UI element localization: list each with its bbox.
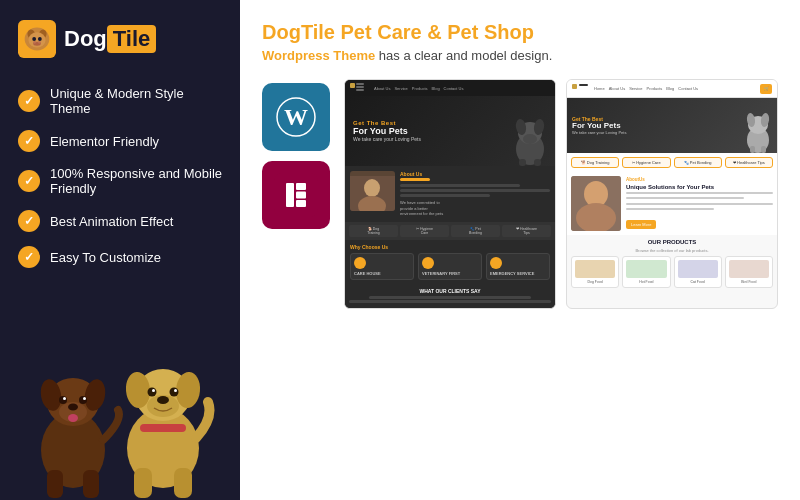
svg-point-20 xyxy=(68,414,78,422)
svg-rect-22 xyxy=(83,470,99,498)
svg-rect-65 xyxy=(761,146,766,153)
hero-section: Get The Best For You Pets We take care y… xyxy=(345,96,555,166)
svg-rect-35 xyxy=(174,468,192,498)
svg-point-16 xyxy=(59,396,67,404)
service-healthcare: ❤ Healthcare Tips xyxy=(725,157,773,168)
right-panel: DogTile Pet Care & Pet Shop Wordpress Th… xyxy=(240,0,800,500)
svg-point-32 xyxy=(152,389,155,392)
svg-rect-47 xyxy=(356,89,364,91)
svg-point-52 xyxy=(523,134,537,144)
svg-rect-44 xyxy=(350,83,355,88)
services-row: 🐕 Dog Training ✂ Hygiene Care 🐾 Pet Bond… xyxy=(567,153,777,172)
svg-point-17 xyxy=(79,396,87,404)
svg-point-29 xyxy=(157,396,169,404)
light-theme-screenshot: Home About Us Service Products Blog Cont… xyxy=(566,79,778,309)
svg-rect-41 xyxy=(296,183,306,190)
elementor-icon xyxy=(262,161,330,229)
svg-point-31 xyxy=(169,388,178,397)
golden-dog-illustration xyxy=(108,330,218,500)
svg-point-15 xyxy=(68,404,78,411)
check-icon-animation: ✓ xyxy=(18,210,40,232)
svg-rect-59 xyxy=(579,84,588,86)
check-icon-responsive: ✓ xyxy=(18,170,40,192)
dark-theme-screenshot: About Us Service Products Blog Contact U… xyxy=(344,79,556,309)
svg-rect-53 xyxy=(519,159,526,166)
svg-point-5 xyxy=(32,37,36,41)
check-icon-unique: ✓ xyxy=(18,90,40,112)
svg-point-56 xyxy=(364,179,380,197)
product-card-3: Cat Food xyxy=(674,256,722,288)
svg-rect-40 xyxy=(286,183,294,207)
svg-rect-42 xyxy=(296,192,306,199)
feature-item-customize: ✓ Easy To Customize xyxy=(18,246,222,268)
brand-icon xyxy=(18,20,56,58)
left-panel: DogTile ✓ Unique & Modern Style Theme ✓ … xyxy=(0,0,240,500)
svg-rect-54 xyxy=(534,159,541,166)
svg-rect-46 xyxy=(356,86,364,88)
svg-rect-24 xyxy=(140,424,186,432)
products-section: OUR PRODUCTS Browse the collection of ou… xyxy=(567,235,777,292)
right-header: DogTile Pet Care & Pet Shop Wordpress Th… xyxy=(262,20,778,63)
page-title: DogTile Pet Care & Pet Shop xyxy=(262,20,778,44)
svg-text:W: W xyxy=(284,104,308,130)
page-subtitle: Wordpress Theme has a clear and model de… xyxy=(262,48,778,63)
screenshots-area: About Us Service Products Blog Contact U… xyxy=(344,79,778,309)
svg-rect-58 xyxy=(572,84,577,89)
feature-item-responsive: ✓ 100% Responsive and Mobile Friendly xyxy=(18,166,222,196)
product-card-4: Bird Food xyxy=(725,256,773,288)
service-bonding: 🐾 Pet Bonding xyxy=(674,157,722,168)
wordpress-icon: W xyxy=(262,83,330,151)
svg-point-19 xyxy=(83,397,86,400)
svg-point-33 xyxy=(174,389,177,392)
service-dog-training: 🐕 Dog Training xyxy=(571,157,619,168)
product-card-2: Hot Food xyxy=(622,256,670,288)
svg-point-6 xyxy=(38,37,42,41)
svg-rect-21 xyxy=(47,470,63,498)
logo-area: DogTile xyxy=(18,20,222,58)
service-hygiene: ✂ Hygiene Care xyxy=(622,157,670,168)
feature-item-animation: ✓ Best Animation Effect xyxy=(18,210,222,232)
feature-item-unique: ✓ Unique & Modern Style Theme xyxy=(18,86,222,116)
products-row: Dog Food Hot Food Cat Food Bird Foo xyxy=(571,256,773,288)
feature-list: ✓ Unique & Modern Style Theme ✓ Elemento… xyxy=(18,86,222,268)
dogs-illustration xyxy=(0,300,240,500)
svg-point-30 xyxy=(147,388,156,397)
svg-point-8 xyxy=(33,41,36,44)
svg-rect-64 xyxy=(750,146,755,153)
svg-point-9 xyxy=(38,41,41,44)
svg-rect-43 xyxy=(296,200,306,207)
svg-rect-45 xyxy=(356,83,364,85)
product-card-1: Dog Food xyxy=(571,256,619,288)
svg-point-18 xyxy=(63,397,66,400)
feature-item-elementor: ✓ Elementor Friendly xyxy=(18,130,222,152)
svg-rect-34 xyxy=(134,468,152,498)
check-icon-elementor: ✓ xyxy=(18,130,40,152)
brand-name: DogTile xyxy=(64,25,156,53)
solutions-image xyxy=(571,176,621,231)
light-hero-section: Get The Best For You Pets We take care y… xyxy=(567,98,777,153)
solutions-section: AboutUs Unique Solutions for Your Pets L… xyxy=(567,172,777,235)
check-icon-customize: ✓ xyxy=(18,246,40,268)
